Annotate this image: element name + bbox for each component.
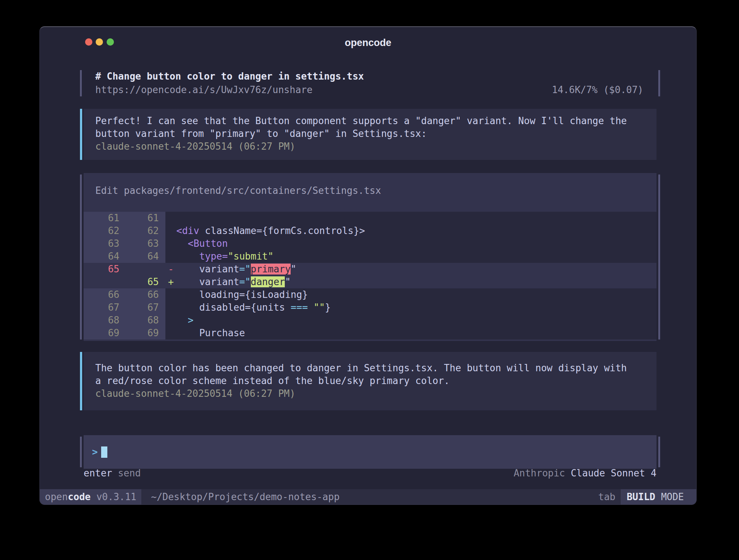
mode-segment: BUILD MODE — [621, 489, 696, 505]
assistant-message: The button color has been changed to dan… — [40, 352, 697, 410]
edit-left-border — [80, 174, 82, 340]
code-segment — [176, 327, 199, 338]
new-line-number — [125, 263, 165, 276]
message-text-line: The button color has been changed to dan… — [95, 362, 656, 375]
old-line-number: 69 — [84, 327, 125, 340]
edit-tool-block: Edit packages/frontend/src/containers/Se… — [40, 173, 697, 341]
code-segment: danger — [251, 276, 285, 287]
diff-marker — [165, 301, 176, 314]
edit-right-border — [658, 174, 660, 340]
diff-marker — [165, 327, 176, 340]
diff-row: 6767 disabled={units === ""} — [84, 301, 656, 314]
working-directory-path: ~/Desktop/Projects/demo-notes-app — [151, 491, 340, 502]
input-right-border — [658, 437, 660, 467]
code-segment — [176, 276, 199, 287]
diff-row: 6464 type="submit" — [84, 250, 656, 263]
new-line-number: 63 — [125, 237, 165, 250]
diff-row: 6161 — [84, 212, 656, 225]
app-name-code: code — [68, 491, 91, 502]
code-segment — [308, 302, 314, 313]
code-segment: disabled={units — [199, 302, 291, 313]
old-line-number: 61 — [84, 212, 125, 225]
diff-row: 6868 > — [84, 314, 656, 327]
message-text-line: button variant from "primary" to "danger… — [95, 127, 656, 140]
message-accent-bar — [80, 352, 82, 410]
code-segment: "" — [314, 302, 325, 313]
code-segment: className={formCs.controls}> — [199, 225, 365, 236]
diff-view: 61616262<div className={formCs.controls}… — [84, 212, 656, 340]
code-segment — [176, 264, 199, 275]
old-line-number: 62 — [84, 225, 125, 237]
message-text-line: a red/rose color scheme instead of the b… — [95, 375, 656, 387]
old-line-number: 67 — [84, 301, 125, 314]
diff-marker — [165, 212, 176, 225]
prompt-input-row: > — [40, 435, 697, 469]
message-body: Perfect! I can see that the Button compo… — [84, 109, 656, 160]
new-line-number: 66 — [125, 288, 165, 301]
code-segment: === — [291, 302, 308, 313]
new-line-number: 62 — [125, 225, 165, 237]
mode-name: BUILD — [627, 491, 661, 502]
unshare-command: /unshare — [267, 83, 313, 96]
message-text-line: Perfect! I can see that the Button compo… — [95, 115, 656, 127]
diff-row: 6262<div className={formCs.controls}> — [84, 225, 656, 237]
tab-key-hint: tab — [598, 491, 615, 502]
new-line-number: 65 — [125, 276, 165, 288]
app-version: v0.3.11 — [91, 491, 136, 502]
enter-key-hint: enter — [84, 467, 112, 480]
new-line-number: 69 — [125, 327, 165, 340]
app-window: opencode # Change button color to danger… — [39, 26, 697, 505]
code-segment: =" — [239, 276, 250, 287]
old-line-number: 64 — [84, 250, 125, 263]
code-segment: } — [325, 302, 331, 313]
share-url[interactable]: https://opencode.ai/s/UwJxv76z — [95, 83, 267, 96]
provider-label: Anthropic — [514, 467, 571, 480]
input-left-border — [80, 437, 82, 467]
text-cursor — [101, 446, 107, 458]
old-line-number: 63 — [84, 237, 125, 250]
diff-marker — [165, 250, 176, 263]
code-segment: primary — [251, 264, 291, 275]
code-segment: <Button — [188, 238, 228, 249]
old-line-number — [84, 276, 125, 288]
diff-code-line: loading={isLoading} — [176, 288, 656, 301]
diff-row: 6363 <Button — [84, 237, 656, 250]
diff-row: 6666 loading={isLoading} — [84, 288, 656, 301]
diff-code-line: Purchase — [176, 327, 656, 340]
prompt-symbol: > — [92, 446, 98, 457]
status-bar: opencode v0.3.11 ~/Desktop/Projects/demo… — [40, 489, 696, 505]
assistant-message: Perfect! I can see that the Button compo… — [40, 109, 697, 160]
old-line-number: 68 — [84, 314, 125, 327]
send-hint-label: send — [112, 467, 141, 480]
code-segment: variant — [199, 264, 240, 275]
diff-code-line: <div className={formCs.controls}> — [176, 225, 656, 237]
diff-marker — [165, 288, 176, 301]
message-model-timestamp: claude-sonnet-4-20250514 (06:27 PM) — [95, 387, 656, 400]
message-accent-bar — [80, 109, 82, 160]
old-line-number: 66 — [84, 288, 125, 301]
mode-suffix: MODE — [661, 491, 684, 502]
session-header: # Change button color to danger in setti… — [40, 69, 697, 98]
session-title: # Change button color to danger in setti… — [84, 69, 656, 83]
diff-marker — [165, 225, 176, 237]
code-segment: =" — [239, 264, 250, 275]
header-left-border — [80, 70, 82, 96]
prompt-input[interactable]: > — [84, 435, 656, 469]
code-segment — [176, 302, 199, 313]
titlebar: opencode — [40, 27, 696, 48]
code-segment — [176, 238, 188, 249]
code-segment — [176, 315, 188, 326]
new-line-number: 68 — [125, 314, 165, 327]
window-title: opencode — [40, 37, 696, 49]
code-segment: Purchase — [199, 327, 245, 338]
message-model-timestamp: claude-sonnet-4-20250514 (06:27 PM) — [95, 140, 656, 153]
token-usage-stats: 14.6K/7% ($0.07) — [552, 83, 643, 96]
hints-row: enter send Anthropic Claude Sonnet 4 — [40, 467, 697, 480]
code-segment — [176, 289, 199, 300]
diff-marker: + — [165, 276, 176, 288]
code-segment — [176, 251, 199, 262]
new-line-number: 67 — [125, 301, 165, 314]
app-name-open: open — [45, 491, 68, 502]
code-segment: loading={isLoading} — [199, 289, 308, 300]
code-segment: " — [285, 276, 291, 287]
